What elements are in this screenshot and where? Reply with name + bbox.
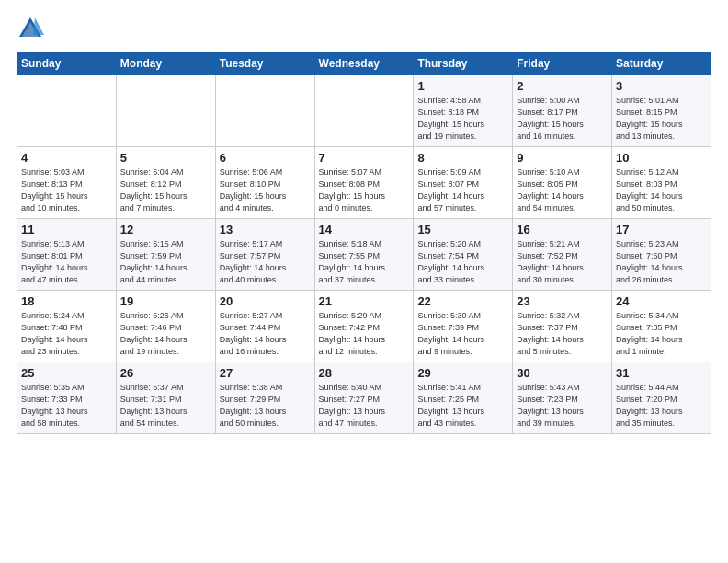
day-of-week-header: Thursday: [414, 52, 513, 75]
day-number: 5: [120, 151, 211, 165]
day-number: 1: [417, 79, 508, 93]
day-number: 31: [616, 366, 707, 380]
calendar-cell: 26Sunrise: 5:37 AM Sunset: 7:31 PM Dayli…: [116, 362, 215, 434]
day-number: 16: [517, 223, 608, 236]
day-number: 3: [616, 79, 707, 93]
day-number: 6: [220, 151, 311, 165]
calendar-week-row: 4Sunrise: 5:03 AM Sunset: 8:13 PM Daylig…: [17, 147, 711, 219]
calendar-cell: 1Sunrise: 4:58 AM Sunset: 8:18 PM Daylig…: [414, 75, 513, 147]
calendar-cell: 25Sunrise: 5:35 AM Sunset: 7:33 PM Dayli…: [17, 362, 117, 434]
calendar-cell: 28Sunrise: 5:40 AM Sunset: 7:27 PM Dayli…: [314, 362, 414, 434]
day-of-week-header: Monday: [116, 52, 215, 75]
day-info: Sunrise: 4:58 AM Sunset: 8:18 PM Dayligh…: [417, 95, 508, 143]
day-info: Sunrise: 5:35 AM Sunset: 7:33 PM Dayligh…: [21, 382, 112, 430]
calendar-week-row: 25Sunrise: 5:35 AM Sunset: 7:33 PM Dayli…: [17, 362, 711, 434]
calendar-cell: 15Sunrise: 5:20 AM Sunset: 7:54 PM Dayli…: [414, 219, 513, 291]
day-number: 25: [21, 366, 112, 380]
calendar-cell: 21Sunrise: 5:29 AM Sunset: 7:42 PM Dayli…: [314, 291, 414, 362]
calendar-cell: 22Sunrise: 5:30 AM Sunset: 7:39 PM Dayli…: [414, 291, 513, 362]
day-info: Sunrise: 5:04 AM Sunset: 8:12 PM Dayligh…: [120, 167, 211, 214]
calendar-cell: [116, 75, 215, 147]
calendar-week-row: 11Sunrise: 5:13 AM Sunset: 8:01 PM Dayli…: [17, 219, 711, 291]
calendar-cell: 5Sunrise: 5:04 AM Sunset: 8:12 PM Daylig…: [116, 147, 215, 219]
calendar-cell: 24Sunrise: 5:34 AM Sunset: 7:35 PM Dayli…: [612, 291, 711, 362]
logo: [17, 15, 48, 42]
day-number: 30: [517, 366, 608, 380]
calendar-cell: 2Sunrise: 5:00 AM Sunset: 8:17 PM Daylig…: [513, 75, 612, 147]
day-info: Sunrise: 5:20 AM Sunset: 7:54 PM Dayligh…: [417, 238, 508, 286]
calendar-cell: 30Sunrise: 5:43 AM Sunset: 7:23 PM Dayli…: [513, 362, 612, 434]
calendar-cell: 7Sunrise: 5:07 AM Sunset: 8:08 PM Daylig…: [314, 147, 414, 219]
day-of-week-header: Wednesday: [314, 52, 414, 75]
calendar-cell: [314, 75, 414, 147]
day-number: 29: [417, 366, 508, 380]
day-info: Sunrise: 5:12 AM Sunset: 8:03 PM Dayligh…: [616, 167, 707, 214]
day-info: Sunrise: 5:10 AM Sunset: 8:05 PM Dayligh…: [517, 167, 608, 214]
calendar-cell: 27Sunrise: 5:38 AM Sunset: 7:29 PM Dayli…: [215, 362, 314, 434]
day-info: Sunrise: 5:40 AM Sunset: 7:27 PM Dayligh…: [319, 382, 410, 430]
calendar-cell: 20Sunrise: 5:27 AM Sunset: 7:44 PM Dayli…: [215, 291, 314, 362]
day-info: Sunrise: 5:34 AM Sunset: 7:35 PM Dayligh…: [616, 310, 707, 358]
day-number: 12: [120, 223, 211, 236]
calendar-cell: 8Sunrise: 5:09 AM Sunset: 8:07 PM Daylig…: [414, 147, 513, 219]
day-info: Sunrise: 5:06 AM Sunset: 8:10 PM Dayligh…: [220, 167, 311, 214]
day-info: Sunrise: 5:38 AM Sunset: 7:29 PM Dayligh…: [220, 382, 311, 430]
day-number: 27: [220, 366, 311, 380]
day-info: Sunrise: 5:07 AM Sunset: 8:08 PM Dayligh…: [319, 167, 410, 214]
calendar-cell: 3Sunrise: 5:01 AM Sunset: 8:15 PM Daylig…: [612, 75, 711, 147]
day-number: 10: [616, 151, 707, 165]
day-info: Sunrise: 5:29 AM Sunset: 7:42 PM Dayligh…: [319, 310, 410, 358]
day-number: 22: [417, 294, 508, 308]
calendar-cell: 6Sunrise: 5:06 AM Sunset: 8:10 PM Daylig…: [215, 147, 314, 219]
day-info: Sunrise: 5:37 AM Sunset: 7:31 PM Dayligh…: [120, 382, 211, 430]
day-info: Sunrise: 5:01 AM Sunset: 8:15 PM Dayligh…: [616, 95, 707, 143]
day-info: Sunrise: 5:09 AM Sunset: 8:07 PM Dayligh…: [417, 167, 508, 214]
calendar-cell: 11Sunrise: 5:13 AM Sunset: 8:01 PM Dayli…: [17, 219, 117, 291]
day-number: 19: [120, 294, 211, 308]
day-info: Sunrise: 5:41 AM Sunset: 7:25 PM Dayligh…: [417, 382, 508, 430]
calendar-cell: 10Sunrise: 5:12 AM Sunset: 8:03 PM Dayli…: [612, 147, 711, 219]
calendar-week-row: 18Sunrise: 5:24 AM Sunset: 7:48 PM Dayli…: [17, 291, 711, 362]
calendar-table: SundayMondayTuesdayWednesdayThursdayFrid…: [17, 52, 711, 434]
day-info: Sunrise: 5:21 AM Sunset: 7:52 PM Dayligh…: [517, 238, 608, 286]
day-of-week-header: Saturday: [612, 52, 711, 75]
calendar-cell: [215, 75, 314, 147]
day-number: 17: [616, 223, 707, 236]
svg-marker-2: [33, 17, 44, 35]
day-of-week-header: Sunday: [17, 52, 117, 75]
day-number: 15: [417, 223, 508, 236]
day-number: 21: [319, 294, 410, 308]
day-number: 20: [220, 294, 311, 308]
day-info: Sunrise: 5:24 AM Sunset: 7:48 PM Dayligh…: [21, 310, 112, 358]
calendar-cell: 17Sunrise: 5:23 AM Sunset: 7:50 PM Dayli…: [612, 219, 711, 291]
logo-icon: [17, 15, 44, 42]
day-info: Sunrise: 5:27 AM Sunset: 7:44 PM Dayligh…: [220, 310, 311, 358]
calendar-cell: 4Sunrise: 5:03 AM Sunset: 8:13 PM Daylig…: [17, 147, 117, 219]
calendar-cell: 29Sunrise: 5:41 AM Sunset: 7:25 PM Dayli…: [414, 362, 513, 434]
calendar-cell: 14Sunrise: 5:18 AM Sunset: 7:55 PM Dayli…: [314, 219, 414, 291]
day-info: Sunrise: 5:03 AM Sunset: 8:13 PM Dayligh…: [21, 167, 112, 214]
day-info: Sunrise: 5:13 AM Sunset: 8:01 PM Dayligh…: [21, 238, 112, 286]
calendar-cell: 16Sunrise: 5:21 AM Sunset: 7:52 PM Dayli…: [513, 219, 612, 291]
day-info: Sunrise: 5:23 AM Sunset: 7:50 PM Dayligh…: [616, 238, 707, 286]
calendar-week-row: 1Sunrise: 4:58 AM Sunset: 8:18 PM Daylig…: [17, 75, 711, 147]
calendar-cell: [17, 75, 117, 147]
calendar-body: 1Sunrise: 4:58 AM Sunset: 8:18 PM Daylig…: [17, 75, 711, 434]
day-info: Sunrise: 5:30 AM Sunset: 7:39 PM Dayligh…: [417, 310, 508, 358]
day-number: 24: [616, 294, 707, 308]
day-number: 13: [220, 223, 311, 236]
day-number: 9: [517, 151, 608, 165]
day-number: 18: [21, 294, 112, 308]
day-number: 8: [417, 151, 508, 165]
calendar-cell: 9Sunrise: 5:10 AM Sunset: 8:05 PM Daylig…: [513, 147, 612, 219]
calendar-header: SundayMondayTuesdayWednesdayThursdayFrid…: [17, 52, 711, 75]
day-number: 7: [319, 151, 410, 165]
day-number: 4: [21, 151, 112, 165]
calendar-cell: 13Sunrise: 5:17 AM Sunset: 7:57 PM Dayli…: [215, 219, 314, 291]
day-info: Sunrise: 5:15 AM Sunset: 7:59 PM Dayligh…: [120, 238, 211, 286]
day-info: Sunrise: 5:17 AM Sunset: 7:57 PM Dayligh…: [220, 238, 311, 286]
calendar-cell: 31Sunrise: 5:44 AM Sunset: 7:20 PM Dayli…: [612, 362, 711, 434]
calendar-cell: 23Sunrise: 5:32 AM Sunset: 7:37 PM Dayli…: [513, 291, 612, 362]
day-number: 11: [21, 223, 112, 236]
day-number: 28: [319, 366, 410, 380]
